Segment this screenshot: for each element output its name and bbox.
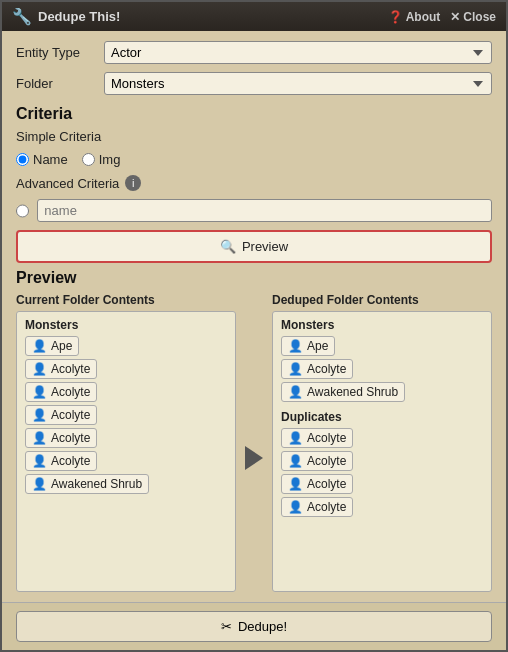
preview-section-title: Preview <box>16 269 492 287</box>
preview-button[interactable]: 🔍 Preview <box>16 230 492 263</box>
list-item: 👤 Ape <box>25 336 79 356</box>
preview-columns: Current Folder Contents Monsters 👤 Ape 👤… <box>16 293 492 592</box>
list-item: 👤 Acolyte <box>25 428 97 448</box>
list-item: 👤 Acolyte <box>281 474 353 494</box>
list-item: 👤 Acolyte <box>281 428 353 448</box>
img-radio-label[interactable]: Img <box>82 152 121 167</box>
folder-row: Folder Monsters NPCs Players <box>16 72 492 95</box>
item-label: Ape <box>307 339 328 353</box>
name-radio-label[interactable]: Name <box>16 152 68 167</box>
item-label: Acolyte <box>51 454 90 468</box>
duplicates-header: Duplicates <box>281 410 483 424</box>
list-item: 👤 Awakened Shrub <box>25 474 149 494</box>
list-item: 👤 Acolyte <box>25 405 97 425</box>
user-icon: 👤 <box>288 339 303 353</box>
advanced-radio[interactable] <box>16 204 29 218</box>
main-window: 🔧 Dedupe This! ❓ About ✕ Close Entity Ty… <box>0 0 508 652</box>
dedupe-icon: ✂ <box>221 619 232 634</box>
advanced-criteria-label: Advanced Criteria <box>16 176 119 191</box>
entity-type-select[interactable]: Actor Item Scene Journal <box>104 41 492 64</box>
cross-icon: ✕ <box>450 10 460 24</box>
dedupe-button-label: Dedupe! <box>238 619 287 634</box>
dedupe-button[interactable]: ✂ Dedupe! <box>16 611 492 642</box>
close-label: Close <box>463 10 496 24</box>
user-icon: 👤 <box>32 477 47 491</box>
img-radio[interactable] <box>82 153 95 166</box>
deduped-col-header: Deduped Folder Contents <box>272 293 492 307</box>
user-icon: 👤 <box>288 500 303 514</box>
question-icon: ❓ <box>388 10 403 24</box>
advanced-input-row <box>16 199 492 222</box>
user-icon: 👤 <box>288 431 303 445</box>
advanced-text-input[interactable] <box>37 199 492 222</box>
user-icon: 👤 <box>288 454 303 468</box>
item-label: Acolyte <box>51 385 90 399</box>
app-icon: 🔧 <box>12 7 32 26</box>
deduped-folder-name: Monsters <box>281 318 483 332</box>
list-item: 👤 Awakened Shrub <box>281 382 405 402</box>
folder-select[interactable]: Monsters NPCs Players <box>104 72 492 95</box>
current-folder-col: Current Folder Contents Monsters 👤 Ape 👤… <box>16 293 236 592</box>
img-radio-text: Img <box>99 152 121 167</box>
deduped-folder-col: Deduped Folder Contents Monsters 👤 Ape 👤… <box>272 293 492 592</box>
radio-group: Name Img <box>16 152 492 167</box>
list-item: 👤 Acolyte <box>25 451 97 471</box>
about-button[interactable]: ❓ About <box>388 10 441 24</box>
duplicates-section: Duplicates 👤 Acolyte 👤 Acolyte 👤 Acolyte <box>281 410 483 517</box>
user-icon: 👤 <box>32 454 47 468</box>
dedupe-btn-row: ✂ Dedupe! <box>2 602 506 650</box>
user-icon: 👤 <box>32 385 47 399</box>
item-label: Acolyte <box>307 431 346 445</box>
item-label: Acolyte <box>51 408 90 422</box>
main-content: Entity Type Actor Item Scene Journal Fol… <box>2 31 506 602</box>
list-item: 👤 Acolyte <box>281 497 353 517</box>
arrow-col <box>236 293 272 592</box>
close-button[interactable]: ✕ Close <box>450 10 496 24</box>
name-radio[interactable] <box>16 153 29 166</box>
item-label: Acolyte <box>51 431 90 445</box>
preview-search-icon: 🔍 <box>220 239 236 254</box>
item-label: Awakened Shrub <box>51 477 142 491</box>
list-item: 👤 Acolyte <box>25 359 97 379</box>
item-label: Acolyte <box>307 454 346 468</box>
entity-type-label: Entity Type <box>16 45 96 60</box>
preview-button-label: Preview <box>242 239 288 254</box>
info-icon[interactable]: i <box>125 175 141 191</box>
list-item: 👤 Acolyte <box>281 451 353 471</box>
item-label: Awakened Shrub <box>307 385 398 399</box>
user-icon: 👤 <box>288 362 303 376</box>
entity-type-row: Entity Type Actor Item Scene Journal <box>16 41 492 64</box>
user-icon: 👤 <box>32 408 47 422</box>
current-folder-box: Monsters 👤 Ape 👤 Acolyte 👤 Acolyte � <box>16 311 236 592</box>
item-label: Acolyte <box>307 362 346 376</box>
about-label: About <box>406 10 441 24</box>
folder-label: Folder <box>16 76 96 91</box>
item-label: Acolyte <box>51 362 90 376</box>
title-bar-left: 🔧 Dedupe This! <box>12 7 120 26</box>
list-item: 👤 Acolyte <box>25 382 97 402</box>
advanced-criteria-row: Advanced Criteria i <box>16 175 492 191</box>
current-folder-name: Monsters <box>25 318 227 332</box>
deduped-folder-box: Monsters 👤 Ape 👤 Acolyte 👤 Awakened Shru… <box>272 311 492 592</box>
user-icon: 👤 <box>288 385 303 399</box>
criteria-section-title: Criteria <box>16 105 492 123</box>
simple-criteria-label: Simple Criteria <box>16 129 492 144</box>
list-item: 👤 Ape <box>281 336 335 356</box>
title-bar: 🔧 Dedupe This! ❓ About ✕ Close <box>2 2 506 31</box>
name-radio-text: Name <box>33 152 68 167</box>
title-bar-right: ❓ About ✕ Close <box>388 10 496 24</box>
user-icon: 👤 <box>32 431 47 445</box>
current-col-header: Current Folder Contents <box>16 293 236 307</box>
list-item: 👤 Acolyte <box>281 359 353 379</box>
app-title: Dedupe This! <box>38 9 120 24</box>
item-label: Acolyte <box>307 477 346 491</box>
user-icon: 👤 <box>288 477 303 491</box>
user-icon: 👤 <box>32 362 47 376</box>
user-icon: 👤 <box>32 339 47 353</box>
item-label: Ape <box>51 339 72 353</box>
item-label: Acolyte <box>307 500 346 514</box>
arrow-right-icon <box>245 446 263 470</box>
